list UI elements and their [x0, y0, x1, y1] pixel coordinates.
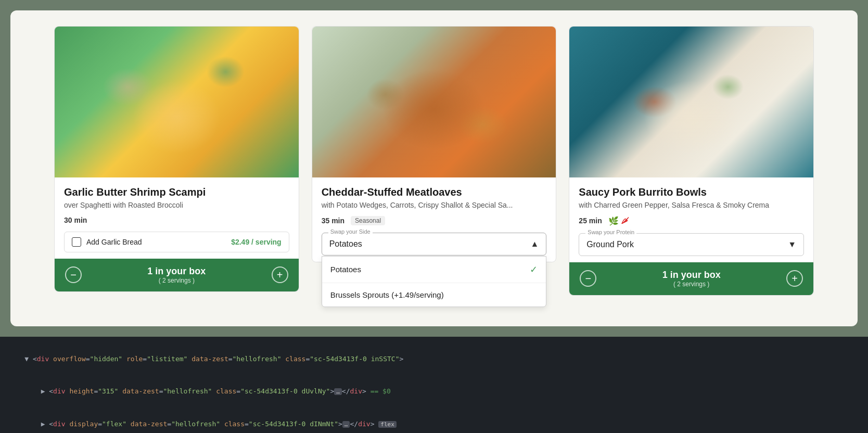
addon-label-shrimp: Add Garlic Bread	[86, 238, 142, 246]
footer-servings-shrimp: ( 2 servings )	[147, 277, 206, 284]
swap-protein-label-burrito: Swap your Protein	[585, 229, 636, 235]
footer-center-shrimp: 1 in your box ( 2 servings )	[147, 266, 206, 284]
card-footer-shrimp: − 1 in your box ( 2 servings ) +	[55, 259, 299, 291]
meal-title-shrimp: Garlic Butter Shrimp Scampi	[64, 186, 289, 198]
meal-icons-burrito: 🌿 🌶	[608, 216, 629, 226]
card-body-meatloaf: Cheddar-Stuffed Meatloaves with Potato W…	[312, 177, 556, 262]
swap-protein-dropdown-burrito[interactable]: Swap your Protein Ground Pork ▼	[579, 233, 804, 256]
cards-container: Garlic Butter Shrimp Scampi over Spaghet…	[54, 26, 814, 296]
swap-selected-value-meatloaf: Potatoes	[329, 239, 362, 249]
devtools-panel: ▼ <div overflow="hidden" role="listitem"…	[0, 337, 868, 433]
meal-time-burrito: 25 min	[579, 216, 602, 225]
swap-selected-value-burrito: Ground Pork	[586, 240, 634, 249]
meal-card-burrito: Saucy Pork Burrito Bowls with Charred Gr…	[569, 26, 814, 296]
meal-image-meatloaf	[312, 27, 556, 177]
meal-subtitle-shrimp: over Spaghetti with Roasted Broccoli	[64, 200, 289, 211]
increment-btn-shrimp[interactable]: +	[272, 266, 288, 283]
meal-meta-shrimp: 30 min	[64, 216, 289, 224]
footer-count-shrimp: 1 in your box	[147, 266, 206, 277]
addon-price-shrimp: $2.49 / serving	[231, 238, 282, 246]
swap-side-dropdown-meatloaf[interactable]: Swap your Side Potatoes ▲ Potatoes ✓ Bru…	[322, 233, 547, 256]
meal-title-burrito: Saucy Pork Burrito Bowls	[579, 186, 804, 198]
swap-label-meatloaf: Swap your Side	[328, 228, 373, 235]
dropdown-item-label-potatoes: Potatoes	[330, 265, 361, 274]
devtools-line-1: ▼ <div overflow="hidden" role="listitem"…	[8, 343, 860, 375]
meal-subtitle-meatloaf: with Potato Wedges, Carrots, Crispy Shal…	[322, 200, 547, 211]
main-content: Garlic Butter Shrimp Scampi over Spaghet…	[10, 10, 858, 326]
chevron-down-icon-burrito: ▼	[788, 240, 796, 249]
meal-image-burrito	[569, 27, 813, 177]
meal-image-shrimp	[55, 27, 299, 177]
meal-title-meatloaf: Cheddar-Stuffed Meatloaves	[322, 186, 547, 198]
meal-card-meatloaf: Cheddar-Stuffed Meatloaves with Potato W…	[312, 26, 557, 262]
meal-card-shrimp: Garlic Butter Shrimp Scampi over Spaghet…	[54, 26, 299, 292]
increment-btn-burrito[interactable]: +	[786, 270, 803, 287]
chevron-up-icon-meatloaf: ▲	[531, 239, 539, 249]
devtools-line-3: ▶ <div display="flex" data-zest="hellofr…	[8, 408, 860, 433]
meal-subtitle-burrito: with Charred Green Pepper, Salsa Fresca …	[579, 200, 804, 211]
card-body-shrimp: Garlic Butter Shrimp Scampi over Spaghet…	[55, 177, 299, 259]
addon-row-shrimp[interactable]: Add Garlic Bread $2.49 / serving	[64, 232, 289, 252]
check-icon-potatoes: ✓	[530, 264, 538, 275]
meal-meta-burrito: 25 min 🌿 🌶	[579, 216, 804, 226]
addon-checkbox-shrimp[interactable]	[72, 237, 81, 247]
meal-time-shrimp: 30 min	[64, 216, 87, 224]
dropdown-item-label-brussels: Brussels Sprouts (+1.49/serving)	[330, 290, 444, 299]
card-footer-burrito: − 1 in your box ( 2 servings ) +	[569, 262, 813, 295]
dropdown-item-potatoes[interactable]: Potatoes ✓	[322, 257, 546, 283]
devtools-line-2: ▶ <div height="315" data-zest="hellofres…	[8, 375, 860, 407]
decrement-btn-burrito[interactable]: −	[580, 270, 596, 287]
card-body-burrito: Saucy Pork Burrito Bowls with Charred Gr…	[569, 177, 813, 262]
footer-center-burrito: 1 in your box ( 2 servings )	[662, 270, 721, 288]
swap-select-burrito[interactable]: Ground Pork ▼	[579, 234, 803, 256]
dropdown-menu-meatloaf: Potatoes ✓ Brussels Sprouts (+1.49/servi…	[322, 256, 547, 307]
chili-icon-burrito: 🌶	[621, 216, 629, 225]
footer-count-burrito: 1 in your box	[662, 270, 721, 281]
footer-servings-burrito: ( 2 servings )	[662, 281, 721, 288]
addon-left-shrimp: Add Garlic Bread	[72, 237, 142, 247]
swap-select-meatloaf[interactable]: Potatoes ▲	[322, 233, 546, 255]
decrement-btn-shrimp[interactable]: −	[65, 266, 82, 283]
meal-time-meatloaf: 35 min	[322, 216, 344, 225]
leaf-icon-burrito: 🌿	[608, 216, 619, 226]
dropdown-item-brussels[interactable]: Brussels Sprouts (+1.49/serving)	[322, 283, 546, 307]
meal-meta-meatloaf: 35 min Seasonal	[322, 216, 547, 225]
badge-seasonal-meatloaf: Seasonal	[351, 216, 385, 225]
